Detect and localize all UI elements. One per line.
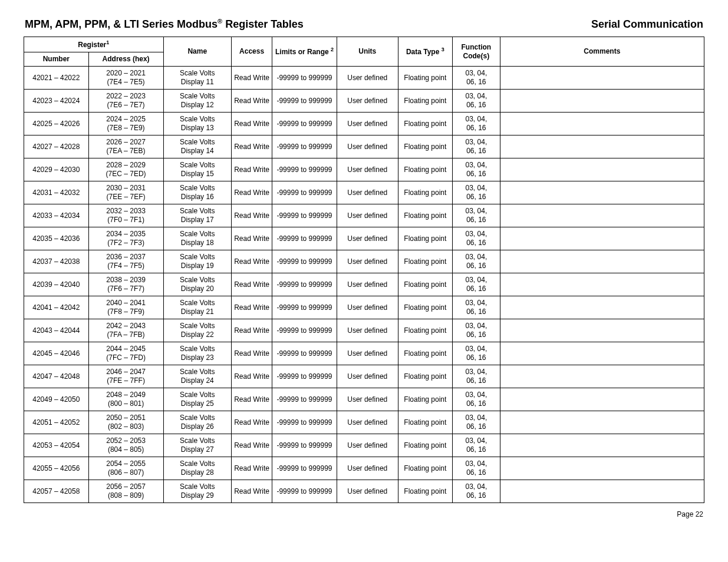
cell-fcode-l2: 06, 16 — [454, 468, 498, 477]
cell-limits: -99999 to 999999 — [272, 411, 337, 434]
cell-fcode-l1: 03, 04, — [454, 414, 498, 422]
cell-dtype: Floating point — [398, 204, 452, 227]
cell-name-l1: Scale Volts — [166, 207, 229, 216]
cell-fcode: 03, 04,06, 16 — [452, 113, 500, 135]
cell-fcode: 03, 04,06, 16 — [452, 434, 500, 457]
cell-access: Read Write — [231, 434, 272, 457]
cell-limits: -99999 to 999999 — [272, 158, 337, 181]
cell-limits: -99999 to 999999 — [272, 181, 337, 204]
table-row: 42033 – 420342032 – 2033(7F0 – 7F1)Scale… — [24, 204, 704, 227]
cell-fcode: 03, 04,06, 16 — [452, 158, 500, 181]
th-function-codes: Function Code(s) — [452, 37, 500, 67]
cell-fcode-l1: 03, 04, — [454, 92, 498, 101]
cell-number: 42039 – 42040 — [24, 273, 89, 296]
cell-number: 42051 – 42052 — [24, 411, 89, 434]
cell-fcode-l2: 06, 16 — [454, 216, 498, 224]
cell-dtype: Floating point — [398, 411, 452, 434]
cell-limits: -99999 to 999999 — [272, 342, 337, 365]
cell-name: Scale VoltsDisplay 20 — [163, 273, 231, 296]
cell-units: User defined — [337, 135, 398, 158]
cell-comments — [500, 204, 704, 227]
cell-dtype: Floating point — [398, 250, 452, 273]
cell-fcode-l1: 03, 04, — [454, 482, 498, 491]
cell-address-l1: 2050 – 2051 — [91, 414, 162, 422]
th-register: Register1 — [24, 37, 164, 52]
cell-comments — [500, 480, 704, 503]
cell-address-l2: (800 – 801) — [91, 399, 162, 408]
cell-fcode: 03, 04,06, 16 — [452, 250, 500, 273]
cell-comments — [500, 158, 704, 181]
th-limits-fn: 2 — [331, 47, 334, 52]
cell-number: 42033 – 42034 — [24, 204, 89, 227]
cell-address: 2054 – 2055(806 – 807) — [88, 457, 163, 480]
cell-name-l1: Scale Volts — [166, 276, 229, 285]
cell-number: 42037 – 42038 — [24, 250, 89, 273]
table-row: 42037 – 420382036 – 2037(7F4 – 7F5)Scale… — [24, 250, 704, 273]
cell-number: 42057 – 42058 — [24, 480, 89, 503]
cell-address-l2: (7EC – 7ED) — [91, 170, 162, 178]
cell-comments — [500, 296, 704, 319]
cell-access: Read Write — [231, 296, 272, 319]
cell-address-l2: (7FA – 7FB) — [91, 330, 162, 339]
cell-fcode-l1: 03, 04, — [454, 138, 498, 147]
cell-dtype: Floating point — [398, 480, 452, 503]
page-number: Page 22 — [677, 510, 703, 518]
cell-fcode: 03, 04,06, 16 — [452, 480, 500, 503]
cell-name-l1: Scale Volts — [166, 414, 229, 422]
cell-dtype: Floating point — [398, 296, 452, 319]
cell-address-l2: (7F4 – 7F5) — [91, 262, 162, 270]
th-address: Address (hex) — [88, 52, 163, 67]
cell-address-l2: (802 – 803) — [91, 422, 162, 431]
cell-name-l2: Display 18 — [166, 239, 229, 247]
title-right: Serial Communication — [591, 18, 703, 31]
cell-name-l2: Display 16 — [166, 193, 229, 201]
cell-number: 42053 – 42054 — [24, 434, 89, 457]
cell-fcode-l1: 03, 04, — [454, 184, 498, 193]
cell-units: User defined — [337, 204, 398, 227]
cell-fcode-l2: 06, 16 — [454, 239, 498, 247]
cell-fcode-l2: 06, 16 — [454, 101, 498, 110]
table-row: 42055 – 420562054 – 2055(806 – 807)Scale… — [24, 457, 704, 480]
cell-limits: -99999 to 999999 — [272, 480, 337, 503]
cell-access: Read Write — [231, 480, 272, 503]
cell-address: 2034 – 2035(7F2 – 7F3) — [88, 227, 163, 250]
cell-comments — [500, 113, 704, 135]
th-number: Number — [24, 52, 89, 67]
cell-address-l1: 2044 – 2045 — [91, 345, 162, 353]
cell-limits: -99999 to 999999 — [272, 457, 337, 480]
cell-comments — [500, 434, 704, 457]
cell-address: 2056 – 2057(808 – 809) — [88, 480, 163, 503]
cell-address-l2: (7F0 – 7F1) — [91, 216, 162, 224]
cell-name-l2: Display 19 — [166, 262, 229, 270]
cell-number: 42055 – 42056 — [24, 457, 89, 480]
th-access: Access — [231, 37, 272, 67]
cell-fcode-l1: 03, 04, — [454, 299, 498, 308]
cell-fcode-l2: 06, 16 — [454, 308, 498, 316]
cell-address-l1: 2020 – 2021 — [91, 69, 162, 78]
cell-address-l1: 2022 – 2023 — [91, 92, 162, 101]
cell-address-l1: 2036 – 2037 — [91, 253, 162, 262]
cell-address-l2: (7FC – 7FD) — [91, 353, 162, 362]
cell-dtype: Floating point — [398, 181, 452, 204]
cell-comments — [500, 135, 704, 158]
cell-access: Read Write — [231, 342, 272, 365]
table-body: 42021 – 420222020 – 2021(7E4 – 7E5)Scale… — [24, 67, 704, 503]
cell-fcode-l2: 06, 16 — [454, 124, 498, 133]
cell-fcode-l2: 06, 16 — [454, 491, 498, 500]
cell-name-l2: Display 20 — [166, 285, 229, 293]
cell-fcode-l1: 03, 04, — [454, 459, 498, 468]
cell-name: Scale VoltsDisplay 12 — [163, 90, 231, 113]
cell-dtype: Floating point — [398, 457, 452, 480]
cell-access: Read Write — [231, 90, 272, 113]
cell-name-l2: Display 13 — [166, 124, 229, 133]
cell-name: Scale VoltsDisplay 17 — [163, 204, 231, 227]
cell-name-l1: Scale Volts — [166, 138, 229, 147]
cell-name-l2: Display 12 — [166, 101, 229, 110]
cell-name-l1: Scale Volts — [166, 161, 229, 170]
cell-address-l1: 2056 – 2057 — [91, 482, 162, 491]
cell-address: 2042 – 2043(7FA – 7FB) — [88, 319, 163, 342]
cell-access: Read Write — [231, 181, 272, 204]
cell-address-l1: 2024 – 2025 — [91, 115, 162, 124]
cell-name: Scale VoltsDisplay 22 — [163, 319, 231, 342]
cell-number: 42021 – 42022 — [24, 67, 89, 90]
